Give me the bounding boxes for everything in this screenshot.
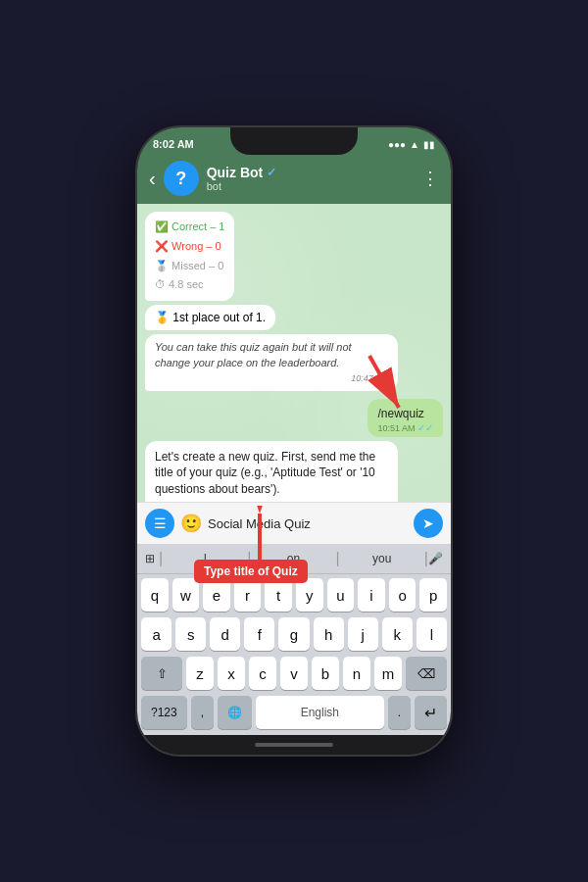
backspace-key[interactable]: ⌫ xyxy=(406,657,447,690)
leaderboard-time: 10:47 AM xyxy=(155,372,388,385)
emoji-button[interactable]: 🙂 xyxy=(180,513,202,534)
menu-button[interactable]: ☰ xyxy=(145,509,174,538)
chat-subtitle: bot xyxy=(207,180,414,192)
received-message: Let's create a new quiz. First, send me … xyxy=(145,441,398,502)
place-message: 🥇 1st place out of 1. xyxy=(145,305,275,330)
key-r[interactable]: r xyxy=(234,578,262,612)
comma-key[interactable]: , xyxy=(191,696,214,729)
received-time: 10:51 AM xyxy=(155,500,388,502)
key-e[interactable]: e xyxy=(203,578,230,612)
period-key[interactable]: . xyxy=(388,696,411,729)
stats-message: ✅ Correct – 1 ❌ Wrong – 0 🥈 Missed – 0 ⏱… xyxy=(145,212,234,301)
suggestion-you[interactable]: you xyxy=(340,550,424,567)
stat-missed: 🥈 Missed – 0 xyxy=(155,257,224,276)
key-i[interactable]: i xyxy=(358,578,385,612)
network-icon: ●●● xyxy=(388,139,406,150)
wifi-icon: ▲ xyxy=(410,139,419,150)
keyboard-icons: ⊞ xyxy=(145,552,155,565)
key-g[interactable]: g xyxy=(278,617,309,651)
battery-icon: ▮▮ xyxy=(423,139,435,150)
keyboard-row-2: a s d f g h j k l xyxy=(141,617,447,651)
key-k[interactable]: k xyxy=(382,617,413,651)
grid-icon[interactable]: ⊞ xyxy=(145,552,155,565)
keyboard-row-3: ⇧ z x c v b n m ⌫ xyxy=(141,657,447,690)
send-button[interactable]: ➤ xyxy=(414,509,443,538)
header-info: Quiz Bot ✓ bot xyxy=(207,165,414,192)
stat-correct: ✅ Correct – 1 xyxy=(155,218,224,237)
sent-message: /newquiz 10:51 AM ✓✓ xyxy=(368,399,443,437)
sent-time: 10:51 AM ✓✓ xyxy=(377,422,433,433)
key-c[interactable]: c xyxy=(249,657,276,690)
verified-icon: ✓ xyxy=(267,166,276,179)
phone-bottom-bar xyxy=(137,735,451,755)
home-indicator[interactable] xyxy=(255,743,333,747)
stat-wrong: ❌ Wrong – 0 xyxy=(155,237,224,257)
back-button[interactable]: ‹ xyxy=(149,168,156,190)
status-icons: ●●● ▲ ▮▮ xyxy=(388,139,435,150)
space-key[interactable]: English xyxy=(256,696,384,729)
key-a[interactable]: a xyxy=(141,617,172,651)
avatar: ? xyxy=(164,161,199,196)
key-s[interactable]: s xyxy=(175,617,206,651)
key-p[interactable]: p xyxy=(419,578,447,612)
stat-time: ⏱ 4.8 sec xyxy=(155,275,224,295)
phone-frame: 8:02 AM ●●● ▲ ▮▮ ‹ ? Quiz Bot ✓ bot ⋮ ✅ … xyxy=(137,127,451,755)
chat-name: Quiz Bot ✓ xyxy=(207,165,414,180)
key-u[interactable]: u xyxy=(327,578,355,612)
key-q[interactable]: q xyxy=(141,578,169,612)
key-h[interactable]: h xyxy=(314,617,344,651)
key-d[interactable]: d xyxy=(210,617,240,651)
key-l[interactable]: l xyxy=(416,617,447,651)
shift-key[interactable]: ⇧ xyxy=(141,657,182,690)
numbers-key[interactable]: ?123 xyxy=(141,696,187,729)
key-w[interactable]: w xyxy=(172,578,200,612)
type-label: Type title of Quiz xyxy=(194,560,308,583)
mic-icon[interactable]: 🎤 xyxy=(428,552,443,565)
keyboard-rows: q w e r t y u i o p a s d f g h j k xyxy=(137,574,451,692)
chat-area: ✅ Correct – 1 ❌ Wrong – 0 🥈 Missed – 0 ⏱… xyxy=(137,204,451,502)
keyboard-row-1: q w e r t y u i o p xyxy=(141,578,447,612)
input-area: ☰ 🙂 ➤ xyxy=(137,502,451,544)
leaderboard-message: You can take this quiz again but it will… xyxy=(145,334,398,390)
double-tick-icon: ✓✓ xyxy=(417,422,433,433)
message-input[interactable] xyxy=(208,516,408,531)
keyboard-bottom: ?123 , 🌐 English . ↵ xyxy=(137,692,451,735)
return-key[interactable]: ↵ xyxy=(415,696,447,729)
chat-header: ‹ ? Quiz Bot ✓ bot ⋮ xyxy=(137,155,451,204)
key-v[interactable]: v xyxy=(280,657,308,690)
key-b[interactable]: b xyxy=(312,657,339,690)
key-z[interactable]: z xyxy=(186,657,214,690)
key-f[interactable]: f xyxy=(244,617,274,651)
key-y[interactable]: y xyxy=(296,578,323,612)
menu-icon: ☰ xyxy=(154,515,167,531)
key-m[interactable]: m xyxy=(374,657,402,690)
key-j[interactable]: j xyxy=(348,617,378,651)
key-n[interactable]: n xyxy=(343,657,370,690)
phone-notch xyxy=(230,127,358,155)
globe-key[interactable]: 🌐 xyxy=(218,696,252,729)
key-o[interactable]: o xyxy=(389,578,416,612)
key-t[interactable]: t xyxy=(265,578,292,612)
status-time: 8:02 AM xyxy=(153,138,194,150)
send-icon: ➤ xyxy=(422,515,434,531)
key-x[interactable]: x xyxy=(218,657,245,690)
more-button[interactable]: ⋮ xyxy=(421,168,439,189)
